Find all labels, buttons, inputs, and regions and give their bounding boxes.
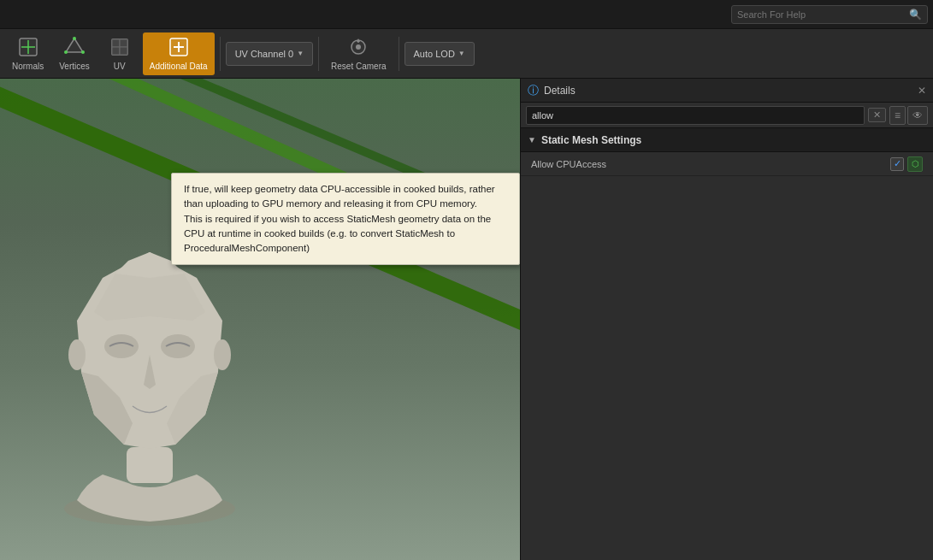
property-label: Allow CPUAccess	[531, 159, 890, 169]
auto-lod-arrow-icon: ▼	[458, 50, 465, 57]
search-box-container[interactable]: 🔍	[731, 5, 928, 24]
normals-icon	[18, 37, 38, 60]
property-value: ✓ ⬡	[890, 156, 923, 172]
head-model	[26, 235, 274, 543]
reset-camera-label: Reset Camera	[331, 62, 386, 71]
svg-rect-11	[120, 47, 127, 55]
tooltip-line1: If true, will keep geometry data CPU-acc…	[184, 184, 495, 209]
section-collapse-icon: ▼	[528, 135, 536, 144]
section-title: Static Mesh Settings	[541, 134, 641, 146]
svg-point-6	[64, 50, 68, 54]
svg-marker-3	[66, 38, 83, 52]
viewport[interactable]: If true, will keep geometry data CPU-acc…	[0, 79, 520, 560]
details-clear-button[interactable]: ✕	[868, 108, 886, 122]
details-title-label: Details	[544, 85, 576, 97]
toolbar-separator-1	[220, 37, 221, 71]
vertices-button[interactable]: Vertices	[52, 32, 97, 75]
property-row: Allow CPUAccess ✓ ⬡	[521, 152, 933, 176]
uv-icon	[109, 37, 130, 60]
details-search-row: ✕ ≡ 👁	[521, 103, 933, 128]
svg-point-4	[73, 37, 76, 40]
toolbar-separator-2	[318, 37, 319, 71]
reset-camera-button[interactable]: Reset Camera	[324, 32, 393, 75]
normals-label: Normals	[12, 62, 44, 71]
search-input[interactable]	[737, 9, 909, 20]
details-search-input[interactable]	[526, 106, 865, 125]
top-bar: 🔍	[0, 0, 933, 29]
search-icon: 🔍	[909, 9, 922, 21]
svg-point-31	[68, 339, 86, 370]
additional-data-icon	[168, 37, 189, 60]
details-header: ⓘ Details ✕	[521, 79, 933, 103]
svg-rect-10	[112, 47, 120, 55]
toolbar: Normals Vertices UV	[0, 29, 933, 79]
auto-lod-label: Auto LOD	[414, 49, 455, 59]
normals-button[interactable]: Normals	[5, 32, 50, 75]
property-checkbox[interactable]: ✓	[890, 157, 904, 171]
tooltip-line2: This is required if you wish to access S…	[184, 214, 491, 254]
svg-rect-9	[120, 39, 127, 47]
vertices-icon	[64, 37, 85, 60]
svg-rect-23	[127, 447, 173, 483]
details-icons-row: ≡ 👁	[889, 106, 928, 125]
svg-rect-8	[112, 39, 120, 47]
property-link-button[interactable]: ⬡	[907, 156, 923, 172]
uv-channel-arrow-icon: ▼	[297, 50, 304, 57]
details-panel: ⓘ Details ✕ ✕ ≡ 👁 ▼ Static Mesh Settings…	[520, 79, 933, 560]
uv-channel-dropdown[interactable]: UV Channel 0 ▼	[226, 42, 313, 66]
section-header[interactable]: ▼ Static Mesh Settings	[521, 128, 933, 152]
details-close-button[interactable]: ✕	[918, 85, 926, 97]
additional-data-label: Additional Data	[150, 62, 208, 71]
toolbar-separator-3	[399, 37, 399, 71]
svg-point-32	[214, 339, 231, 370]
auto-lod-dropdown[interactable]: Auto LOD ▼	[404, 42, 475, 66]
details-icon: ⓘ	[528, 83, 539, 98]
details-title: ⓘ Details	[528, 83, 576, 98]
svg-point-16	[356, 44, 361, 50]
reset-camera-icon	[348, 37, 369, 60]
details-list-view-button[interactable]: ≡	[889, 106, 906, 125]
svg-point-5	[81, 50, 85, 54]
main-area: If true, will keep geometry data CPU-acc…	[0, 79, 933, 560]
uv-button[interactable]: UV	[98, 32, 141, 75]
vertices-label: Vertices	[59, 62, 90, 71]
details-eye-button[interactable]: 👁	[907, 106, 928, 125]
additional-data-button[interactable]: Additional Data	[143, 32, 215, 75]
uv-channel-label: UV Channel 0	[235, 49, 294, 59]
details-empty-area	[521, 176, 933, 560]
tooltip: If true, will keep geometry data CPU-acc…	[171, 173, 520, 265]
uv-label: UV	[114, 62, 126, 71]
